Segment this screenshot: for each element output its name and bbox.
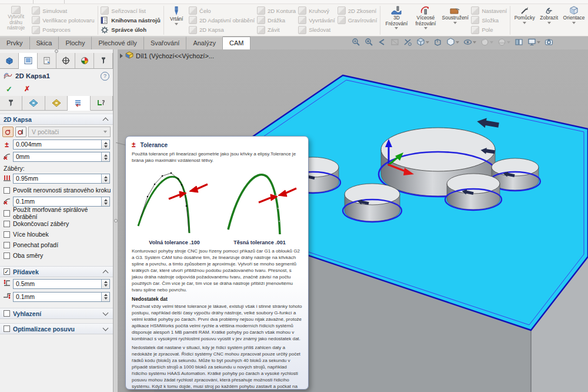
tab-geometry[interactable] [22,96,45,110]
viewport-split-icon[interactable] [514,38,523,46]
ribbon-item-pocket[interactable]: 2D Kapsa [189,26,255,34]
axial-stock-spinner[interactable] [101,293,109,301]
apply-view-icon[interactable] [433,38,442,46]
stepover-field[interactable]: 0.95mm [13,174,110,184]
flat-area-spinner[interactable] [101,152,109,161]
tree-expand-arrow[interactable] [120,54,123,58]
tab-cam-operation-tree[interactable] [94,53,113,68]
previous-view-icon[interactable] [377,38,386,46]
collapse-icon[interactable] [103,270,109,275]
utilities-dropdown-arrow[interactable] [523,22,526,24]
section-smoothing[interactable]: Vyhlazení [0,308,113,319]
ribbon-item-face[interactable]: Čelo [189,6,255,15]
radial-stock-field[interactable]: 0.5mm [13,279,110,289]
ribbon-item-adaptive[interactable]: 2D Adaptivní obrábění [189,16,255,24]
ok-button[interactable]: ✓ [6,85,12,94]
tab-feature-tree[interactable] [0,53,19,68]
toolpath-mode-button-1[interactable] [2,127,14,137]
multiaxis-dropdown-arrow[interactable] [424,27,427,29]
tab-plechove-dily[interactable]: Plechové díly [92,36,143,49]
ribbon-item-stock-verify[interactable]: Verifikace polotovaru [32,16,94,24]
drill-dropdown-arrow[interactable] [175,23,178,25]
expand-icon[interactable] [103,310,109,316]
ribbon-item-tool-library[interactable]: Knihovna nástrojů [101,16,160,24]
section-view-icon[interactable] [390,38,399,46]
hide-show-dropdown[interactable] [473,41,476,44]
zoom-fit-icon[interactable] [352,38,360,46]
finishing-passes-checkbox[interactable] [4,221,10,227]
hide-show-icon[interactable] [463,38,476,46]
flat-area-field[interactable]: 0mm [13,152,110,162]
both-ways-checkbox[interactable] [4,253,10,259]
orientation-dropdown-arrow[interactable] [572,22,576,24]
section-2d-pocket[interactable]: 2D Kapsa [0,114,113,125]
multiple-depths-checkbox[interactable] [4,231,10,238]
expand-icon[interactable] [103,325,109,331]
boss-bottom-left[interactable] [343,184,402,222]
ribbon-item-thread[interactable]: Závit [257,26,296,34]
ribbon-item-settings[interactable]: Nastavení [471,6,507,15]
appearance-icon[interactable] [480,38,493,46]
section-feed-optimization[interactable]: Optimalizace posuvu [0,323,113,334]
sketch-tools-icon[interactable] [403,38,412,46]
tab-skica[interactable]: Skica [30,36,59,49]
orientation-button[interactable]: Orientace [561,5,587,36]
multiaxis-button[interactable]: Víceosé frézování [411,5,440,36]
collapse-icon[interactable] [103,117,109,123]
tab-cam[interactable]: CAM [223,36,250,49]
tab-passes[interactable] [68,96,90,111]
ribbon-item-folder[interactable]: Složka [471,16,507,24]
ribbon-item-slot[interactable]: Drážka [257,16,296,24]
tolerance-spinner[interactable] [101,140,109,149]
tab-analyzy[interactable]: Analýzy [186,36,223,49]
preserve-order-checkbox[interactable] [4,242,10,248]
tab-display-manager[interactable] [75,53,94,68]
feed-optimization-checkbox[interactable] [4,325,10,332]
display-style-dropdown[interactable] [456,41,459,44]
camera-icon[interactable] [544,38,553,46]
ribbon-item-pattern[interactable]: Pole [471,26,507,34]
turning-dropdown-arrow[interactable] [453,22,457,24]
ribbon-item-contour[interactable]: 2D Kontura [257,6,296,15]
tab-prvky[interactable]: Prvky [0,36,30,49]
smoothing-checkbox[interactable] [4,310,10,317]
ribbon-item-simulate[interactable]: Simulovat [32,6,94,15]
zoom-area-icon[interactable] [365,38,373,46]
tab-svarovani[interactable]: Svařování [144,36,187,49]
ribbon-item-setup-sheet[interactable]: Seřizovací list [101,6,160,15]
help-icon[interactable]: ? [101,72,109,81]
axial-stock-field[interactable]: 0.1mm [13,292,110,302]
ribbon-item-job-manager[interactable]: Správce úloh [101,26,160,34]
stock-to-leave-checkbox[interactable]: ✓ [4,268,10,275]
section-stock-to-leave[interactable]: ✓ Přídavek [0,266,113,277]
radial-stock-spinner[interactable] [101,280,109,288]
min-stepover-field[interactable]: 0.1mm [13,197,110,207]
cancel-button[interactable]: ✗ [24,85,30,93]
display-style-icon[interactable] [446,38,459,46]
display-button[interactable]: Zobrazit [537,5,561,36]
tab-property-manager[interactable] [19,53,38,69]
morph-spiral-checkbox[interactable] [4,210,10,217]
ribbon-item-engrave[interactable]: Gravírování [338,16,377,24]
tab-linking[interactable] [91,96,113,110]
stepover-spinner[interactable] [101,174,109,183]
tab-tool[interactable] [0,96,22,110]
tab-plochy[interactable]: Plochy [59,36,92,49]
flyout-feature-tree[interactable]: Díl1 (Výchozí<<Výchozí>... [120,51,214,61]
boss-bottom-right[interactable] [445,174,502,210]
tab-heights[interactable] [45,96,68,110]
turning-button[interactable]: Soustružení [440,5,470,36]
ribbon-item-bore[interactable]: Vyvrtávání [298,16,335,24]
create-toolpath-button[interactable]: Vytvořit dráhu nástroje [1,5,31,36]
compute-mode-dropdown[interactable]: V počítači [28,127,111,137]
uneven-stepover-checkbox[interactable] [4,187,10,194]
appearance-dropdown[interactable] [490,41,493,44]
milling-3d-dropdown-arrow[interactable] [395,27,398,29]
display-dropdown-arrow[interactable] [547,22,551,24]
ribbon-item-postprocess[interactable]: Postproces [32,26,94,34]
min-stepover-spinner[interactable] [101,197,109,206]
drill-button[interactable]: Vrtání [166,5,188,36]
ribbon-item-circular[interactable]: Kruhový [298,6,335,15]
scene-dropdown[interactable] [507,41,510,44]
milling-3d-button[interactable]: 3D Frézování [382,5,411,36]
